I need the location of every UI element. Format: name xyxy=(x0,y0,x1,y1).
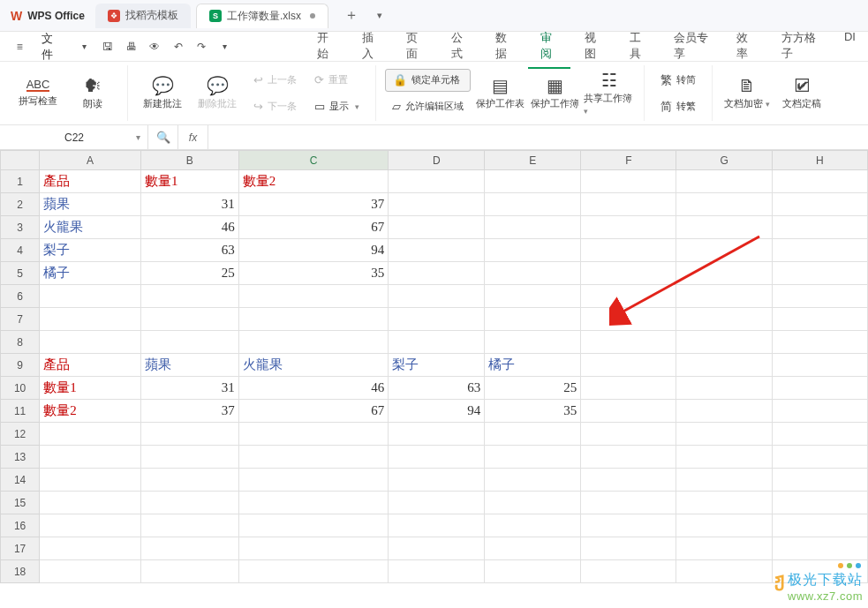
row-8[interactable]: 8 xyxy=(1,331,40,354)
menu-data[interactable]: 数据 xyxy=(483,25,526,69)
row-15[interactable]: 15 xyxy=(1,492,40,514)
cell-C3[interactable]: 67 xyxy=(238,216,388,239)
protect-sheet-button[interactable]: ▤ 保护工作表 xyxy=(474,66,525,121)
cell-A11[interactable]: 數量2 xyxy=(40,400,141,423)
row-3[interactable]: 3 xyxy=(1,216,40,239)
menu-member[interactable]: 会员专享 xyxy=(661,25,722,69)
menu-efficiency[interactable]: 效率 xyxy=(724,25,767,69)
save-icon[interactable]: 🖫 xyxy=(97,35,119,58)
to-traditional-button[interactable]: 简转繁 xyxy=(653,95,703,118)
tab-templates[interactable]: ❖ 找稻壳模板 xyxy=(95,4,191,28)
finalize-button[interactable]: 🗹 文档定稿 xyxy=(776,66,827,121)
cell-C9[interactable]: 火龍果 xyxy=(238,354,388,377)
cell-C10[interactable]: 46 xyxy=(238,377,388,400)
row-5[interactable]: 5 xyxy=(1,262,40,285)
cell-A3[interactable]: 火龍果 xyxy=(40,216,141,239)
cell-D9[interactable]: 梨子 xyxy=(389,354,485,377)
row-12[interactable]: 12 xyxy=(1,423,40,446)
cell-A5[interactable]: 橘子 xyxy=(40,262,141,285)
name-box-input[interactable] xyxy=(30,131,118,144)
cell-C4[interactable]: 94 xyxy=(238,239,388,262)
menu-start[interactable]: 开始 xyxy=(305,25,348,69)
menu-view[interactable]: 视图 xyxy=(572,25,615,69)
row-17[interactable]: 17 xyxy=(1,537,40,560)
encrypt-button[interactable]: 🗎 文档加密 ▾ xyxy=(721,66,773,121)
cell-A9[interactable]: 產品 xyxy=(40,354,141,377)
new-comment-button[interactable]: 💬 新建批注 xyxy=(137,66,188,121)
cancel-button[interactable]: 🔍 xyxy=(148,125,178,149)
share-book-button[interactable]: ☷ 共享工作簿 ▾ xyxy=(584,66,635,121)
cell-A2[interactable]: 蘋果 xyxy=(40,193,141,216)
qat-dropdown-icon[interactable]: ▾ xyxy=(215,35,237,58)
print-icon[interactable]: 🖶 xyxy=(120,35,142,58)
cell-E10[interactable]: 25 xyxy=(485,377,581,400)
col-A[interactable]: A xyxy=(40,151,141,170)
grid-table[interactable]: A B C D E F G H 1 產品 數量1 數量2 2 蘋果 31 37 … xyxy=(0,150,868,583)
cell-D10[interactable]: 63 xyxy=(389,377,485,400)
cell-A4[interactable]: 梨子 xyxy=(40,239,141,262)
tab-menu-button[interactable]: ▾ xyxy=(369,5,390,26)
cell-C2[interactable]: 37 xyxy=(238,193,388,216)
cell-A10[interactable]: 數量1 xyxy=(40,377,141,400)
col-G[interactable]: G xyxy=(676,151,772,170)
cell-C5[interactable]: 35 xyxy=(238,262,388,285)
cell-B5[interactable]: 25 xyxy=(140,262,238,285)
new-tab-button[interactable]: ＋ xyxy=(341,5,362,26)
row-10[interactable]: 10 xyxy=(1,377,40,400)
row-1[interactable]: 1 xyxy=(1,170,40,193)
protect-book-button[interactable]: ▦ 保护工作簿 xyxy=(529,66,580,121)
col-H[interactable]: H xyxy=(772,151,867,170)
spreadsheet[interactable]: A B C D E F G H 1 產品 數量1 數量2 2 蘋果 31 37 … xyxy=(0,150,868,583)
row-4[interactable]: 4 xyxy=(1,239,40,262)
row-14[interactable]: 14 xyxy=(1,469,40,492)
display-comment-button[interactable]: ▭显示▾ xyxy=(307,95,366,118)
menu-formula[interactable]: 公式 xyxy=(439,25,482,69)
lock-cell-button[interactable]: 🔒锁定单元格 xyxy=(385,69,471,92)
row-9[interactable]: 9 xyxy=(1,354,40,377)
menu-icon[interactable]: ≡ xyxy=(9,35,31,58)
cell-C11[interactable]: 67 xyxy=(238,400,388,423)
row-6[interactable]: 6 xyxy=(1,285,40,308)
read-aloud-button[interactable]: 🗣 朗读 xyxy=(67,66,118,121)
row-18[interactable]: 18 xyxy=(1,560,40,583)
menu-page[interactable]: 页面 xyxy=(394,25,437,69)
spellcheck-button[interactable]: ABC 拼写检查 xyxy=(12,66,64,121)
redo-icon[interactable]: ↷ xyxy=(191,35,213,58)
cell-B1[interactable]: 數量1 xyxy=(140,170,238,193)
menu-review[interactable]: 审阅 xyxy=(528,25,571,69)
cell-B9[interactable]: 蘋果 xyxy=(140,354,238,377)
col-F[interactable]: F xyxy=(581,151,676,170)
preview-icon[interactable]: 👁 xyxy=(144,35,166,58)
cell-B10[interactable]: 31 xyxy=(140,377,238,400)
fx-button[interactable]: fx xyxy=(178,125,208,149)
cell-B2[interactable]: 31 xyxy=(140,193,238,216)
cell-B4[interactable]: 63 xyxy=(140,239,238,262)
row-11[interactable]: 11 xyxy=(1,400,40,423)
select-all-corner[interactable] xyxy=(1,151,40,170)
row-16[interactable]: 16 xyxy=(1,514,40,537)
row-7[interactable]: 7 xyxy=(1,308,40,331)
cell-E9[interactable]: 橘子 xyxy=(485,354,581,377)
menu-tools[interactable]: 工具 xyxy=(617,25,660,69)
allow-edit-button[interactable]: ▱允许编辑区域 xyxy=(385,95,471,118)
menu-insert[interactable]: 插入 xyxy=(350,25,393,69)
file-dropdown-icon[interactable]: ▾ xyxy=(73,35,95,58)
col-D[interactable]: D xyxy=(389,151,485,170)
cell-A1[interactable]: 產品 xyxy=(40,170,141,193)
menu-di[interactable]: DI xyxy=(832,25,868,69)
file-menu[interactable]: 文件 xyxy=(33,28,72,65)
formula-input[interactable] xyxy=(208,125,868,149)
cell-B3[interactable]: 46 xyxy=(140,216,238,239)
to-simplified-button[interactable]: 繁转简 xyxy=(653,69,703,92)
undo-icon[interactable]: ↶ xyxy=(167,35,189,58)
row-2[interactable]: 2 xyxy=(1,193,40,216)
cell-D11[interactable]: 94 xyxy=(389,400,485,423)
chevron-down-icon[interactable]: ▾ xyxy=(136,132,140,142)
cell-E11[interactable]: 35 xyxy=(485,400,581,423)
menu-ffgz[interactable]: 方方格子 xyxy=(769,25,830,69)
row-13[interactable]: 13 xyxy=(1,446,40,469)
col-B[interactable]: B xyxy=(140,151,238,170)
cell-B11[interactable]: 37 xyxy=(140,400,238,423)
col-E[interactable]: E xyxy=(485,151,581,170)
name-box[interactable]: ▾ xyxy=(16,125,148,149)
